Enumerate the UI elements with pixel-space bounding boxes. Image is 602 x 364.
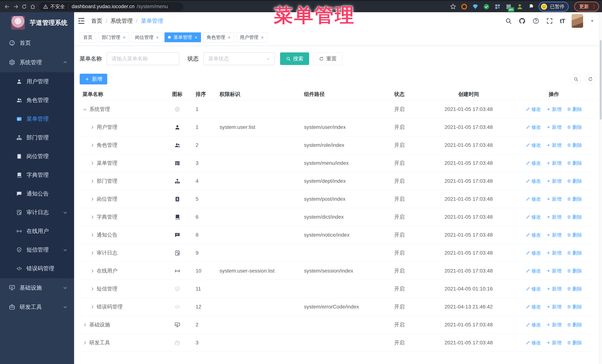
- bookmark-star-icon[interactable]: [450, 3, 456, 10]
- scrollbar-thumb[interactable]: [600, 40, 602, 120]
- extension-grid-icon[interactable]: [494, 3, 501, 10]
- tab-1[interactable]: 部门管理×: [98, 32, 129, 42]
- delete-row-button[interactable]: 删除: [567, 250, 582, 256]
- delete-row-button[interactable]: 删除: [567, 196, 582, 202]
- sidebar-item-code[interactable]: 错误码管理: [0, 259, 74, 278]
- expand-right-icon[interactable]: [90, 286, 95, 291]
- sidebar-item-notice[interactable]: 通知公告: [0, 184, 74, 203]
- edit-row-button[interactable]: 修改: [526, 160, 541, 166]
- help-icon[interactable]: [532, 17, 539, 24]
- edit-row-button[interactable]: 修改: [526, 250, 541, 256]
- edit-row-button[interactable]: 修改: [526, 124, 541, 131]
- delete-row-button[interactable]: 删除: [567, 160, 582, 166]
- sidebar-item-tree[interactable]: 部门管理: [0, 128, 74, 147]
- edit-row-button[interactable]: 修改: [526, 340, 541, 346]
- delete-row-button[interactable]: 删除: [567, 124, 582, 131]
- expand-right-icon[interactable]: [90, 179, 95, 184]
- browser-back-button[interactable]: [3, 2, 11, 11]
- sidebar-item-dict[interactable]: 字典管理: [0, 166, 74, 184]
- extensions-puzzle-icon[interactable]: [527, 3, 534, 10]
- breadcrumb-home[interactable]: 首页: [91, 17, 102, 25]
- edit-row-button[interactable]: 修改: [526, 286, 541, 292]
- edit-row-button[interactable]: 修改: [526, 232, 541, 238]
- close-icon[interactable]: ×: [194, 35, 197, 40]
- sidebar-item-briefcase[interactable]: 研发工具: [0, 297, 74, 317]
- search-icon[interactable]: [505, 17, 512, 24]
- edit-row-button[interactable]: 修改: [526, 178, 541, 184]
- tab-2[interactable]: 岗位管理×: [131, 32, 162, 42]
- delete-row-button[interactable]: 删除: [567, 232, 582, 238]
- add-row-button[interactable]: 新增: [546, 322, 562, 328]
- edit-row-button[interactable]: 修改: [526, 106, 541, 113]
- add-row-button[interactable]: 新增: [546, 250, 562, 256]
- tab-5[interactable]: 用户管理×: [236, 32, 267, 42]
- fullscreen-icon[interactable]: [546, 17, 553, 24]
- status-select[interactable]: 菜单状态: [203, 52, 275, 65]
- sidebar-item-badge[interactable]: 岗位管理: [0, 147, 74, 166]
- tab-3[interactable]: 菜单管理×: [164, 32, 201, 42]
- expand-right-icon[interactable]: [82, 340, 87, 345]
- extension-gem-icon[interactable]: [472, 3, 479, 10]
- add-row-button[interactable]: 新增: [546, 304, 562, 310]
- close-icon[interactable]: ×: [261, 35, 264, 40]
- sidebar-item-users[interactable]: 角色管理: [0, 91, 74, 110]
- add-row-button[interactable]: 新增: [546, 214, 562, 220]
- sidebar-item-online[interactable]: 在线用户: [0, 222, 74, 240]
- delete-row-button[interactable]: 删除: [567, 286, 582, 292]
- delete-row-button[interactable]: 删除: [567, 106, 582, 113]
- delete-row-button[interactable]: 删除: [567, 142, 582, 148]
- expand-right-icon[interactable]: [90, 125, 95, 130]
- user-avatar[interactable]: [572, 14, 583, 28]
- sidebar-item-menu-list[interactable]: 菜单管理: [0, 110, 74, 128]
- add-row-button[interactable]: 新增: [546, 106, 562, 113]
- browser-profile-badge[interactable]: 已暂停: [539, 2, 569, 12]
- edit-row-button[interactable]: 修改: [526, 268, 541, 274]
- expand-down-icon[interactable]: [82, 107, 87, 112]
- close-icon[interactable]: ×: [123, 35, 126, 40]
- expand-right-icon[interactable]: [90, 161, 95, 166]
- app-logo[interactable]: 芋道管理系统: [0, 12, 74, 33]
- font-size-icon[interactable]: tT: [560, 17, 565, 25]
- delete-row-button[interactable]: 删除: [567, 340, 582, 346]
- edit-row-button[interactable]: 修改: [526, 196, 541, 202]
- browser-update-button[interactable]: 更新: [574, 2, 599, 11]
- expand-right-icon[interactable]: [90, 269, 95, 273]
- sidebar-item-log[interactable]: 审计日志: [0, 203, 74, 222]
- delete-row-button[interactable]: 删除: [567, 322, 582, 328]
- sidebar-item-shield[interactable]: 短信管理: [0, 240, 74, 259]
- close-icon[interactable]: ×: [156, 35, 159, 40]
- tab-4[interactable]: 角色管理×: [203, 32, 234, 42]
- add-button[interactable]: 新增: [80, 74, 107, 84]
- edit-row-button[interactable]: 修改: [526, 322, 541, 328]
- expand-right-icon[interactable]: [90, 304, 95, 309]
- browser-forward-button[interactable]: [11, 2, 20, 11]
- github-icon[interactable]: [519, 17, 526, 24]
- chevron-down-icon[interactable]: [590, 19, 595, 23]
- add-row-button[interactable]: 新增: [546, 232, 562, 238]
- sidebar-item-dashboard[interactable]: 首页: [0, 33, 74, 52]
- close-icon[interactable]: ×: [228, 35, 231, 40]
- address-bar[interactable]: 不安全 dashboard.yudao.iocoder.cn/system/me…: [39, 2, 183, 11]
- add-row-button[interactable]: 新增: [546, 196, 562, 202]
- browser-reload-button[interactable]: [20, 2, 29, 11]
- extension-proxy-icon[interactable]: on: [505, 3, 512, 10]
- expand-right-icon[interactable]: [90, 143, 95, 148]
- breadcrumb-system[interactable]: 系统管理: [110, 17, 133, 25]
- page-scrollbar[interactable]: [599, 12, 602, 364]
- browser-home-button[interactable]: [29, 2, 37, 11]
- delete-row-button[interactable]: 删除: [567, 178, 582, 184]
- add-row-button[interactable]: 新增: [546, 142, 562, 148]
- sidebar-item-monitor[interactable]: 基础设施: [0, 278, 74, 297]
- delete-row-button[interactable]: 删除: [567, 214, 582, 220]
- extension-orange-icon[interactable]: [461, 3, 468, 10]
- hamburger-fold-icon[interactable]: [77, 17, 86, 25]
- sidebar-item-user[interactable]: 用户管理: [0, 72, 74, 91]
- reset-button[interactable]: 重置: [313, 52, 342, 65]
- expand-right-icon[interactable]: [90, 197, 95, 202]
- add-row-button[interactable]: 新增: [546, 268, 562, 274]
- delete-row-button[interactable]: 删除: [567, 304, 582, 310]
- extension-person-icon[interactable]: [516, 3, 523, 10]
- extension-check-icon[interactable]: [483, 3, 490, 10]
- sidebar-item-gear[interactable]: 系统管理: [0, 52, 74, 72]
- edit-row-button[interactable]: 修改: [526, 142, 541, 148]
